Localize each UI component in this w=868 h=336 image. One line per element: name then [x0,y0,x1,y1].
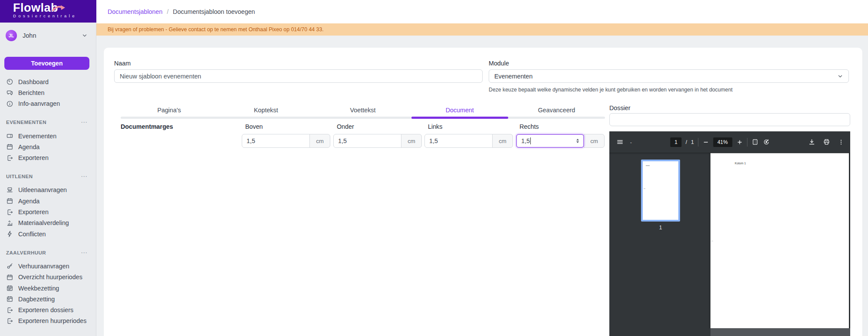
top-bar: Documentsjablonen / Documentsjabloon toe… [96,0,868,23]
sidebar-item-overzicht-huurperiodes[interactable]: Overzicht huurperiodes [0,272,96,283]
sidebar-item-conflicten[interactable]: Conflicten [0,228,96,239]
section-more-icon[interactable]: ⋯ [81,173,88,180]
margin-value: 1,5 [338,137,347,144]
sidebar-item-berichten[interactable]: Berichten [0,87,96,98]
tab-underline-segment [411,117,508,119]
sidebar-item-evenementen[interactable]: Evenementen [0,130,96,141]
chevron-down-icon [837,73,843,79]
app-root: Flowlab Dossiercentrale JL John Toevoege… [0,0,868,336]
margin-field-label: Onder [337,123,422,131]
section-title-label: EVENEMENTEN [6,120,46,125]
breadcrumb-link[interactable]: Documentsjablonen [108,8,162,15]
tab-koptekst[interactable]: Koptekst [217,104,314,117]
sidebar-item-label: Exporteren huurperiodes [18,317,86,324]
tab-geavanceerd[interactable]: Geavanceerd [508,104,605,117]
module-select[interactable]: Evenementen [489,69,849,83]
sidebar-item-agenda[interactable]: Agenda [0,196,96,206]
sidebar-section-title-uitlenen: UITLENEN⋯ [0,171,96,182]
margin-value: 1,5 [247,137,255,144]
margin-input-links[interactable]: 1,5 [424,134,493,148]
rotate-icon[interactable] [763,138,770,146]
section-title-label: ZAALVERHUUR [6,250,46,255]
module-help-text: Deze keuze bepaalt welke dynamische veld… [489,87,733,93]
dashboard-icon [6,78,13,85]
sidebar-item-agenda[interactable]: Agenda [0,141,96,152]
tab-document[interactable]: Document [411,104,508,117]
sidebar-item-exporteren-dossiers[interactable]: Exporteren dossiers [0,304,96,315]
loan-icon [6,186,13,194]
sidebar-item-exporteren-huurperiodes[interactable]: Exporteren huurperiodes [0,316,96,326]
sidebar-item-materiaalverdeling[interactable]: Materiaalverdeling [0,218,96,228]
sidebar-item-info-aanvragen[interactable]: Info-aanvragen [0,98,96,109]
breadcrumb: Documentsjablonen / Documentsjabloon toe… [108,0,255,23]
zoom-out-icon[interactable] [702,139,709,146]
margin-field-label: Rechts [519,123,605,131]
calendar-day-icon [6,295,13,303]
sidebar-item-exporteren[interactable]: Exporteren [0,206,96,217]
messages-icon [6,89,13,96]
sidebar-item-verhuuraanvragen[interactable]: Verhuuraanvragen [0,261,96,271]
tab-underline-segment [314,117,411,119]
pdf-page-text: Kolom 1 [735,162,746,165]
sidebar-item-label: Verhuuraanvragen [18,263,69,270]
section-title-label: UITLENEN [6,174,33,179]
brand-logo[interactable]: Flowlab Dossiercentrale [0,0,96,23]
pdf-horizontal-scrollbar[interactable] [710,328,850,336]
sidebar-item-label: Berichten [18,89,44,96]
pdf-thumbnail-page[interactable] [641,160,680,222]
pdf-page-input[interactable]: 1 [671,137,682,147]
margin-unit-addon: cm [492,134,513,148]
template-form-card: Naam Nieuw sjabloon evenementen Module E… [104,48,862,336]
tab-row: Pagina'sKoptekstVoettekstDocumentGeavanc… [121,104,605,117]
section-more-icon[interactable]: ⋯ [81,118,88,126]
sidebar-item-uitleenaanvragen[interactable]: Uitleenaanvragen [0,185,96,196]
sidebar-item-label: Materiaalverdeling [18,219,69,226]
text-caret [530,137,531,144]
print-icon[interactable] [823,138,830,146]
margin-field-rechts: Rechts1,5cm [516,123,605,148]
add-button[interactable]: Toevoegen [4,57,89,70]
sidebar-item-label: Agenda [18,144,39,150]
bolt-icon [6,230,13,238]
number-stepper[interactable] [574,139,579,144]
naam-input[interactable]: Nieuw sjabloon evenementen [114,69,483,83]
fit-page-icon[interactable] [751,138,759,146]
info-icon [6,100,13,108]
margin-input-rechts[interactable]: 1,5 [516,134,584,148]
tab-voettekst[interactable]: Voettekst [314,104,411,117]
notice-text: Bij vragen of problemen - Gelieve contac… [108,26,324,33]
sidebar-item-dagbezetting[interactable]: Dagbezetting [0,294,96,304]
stepper-up-icon [576,139,579,140]
margin-input-group: 1,5cm [424,134,513,148]
download-icon[interactable] [808,138,815,146]
margins-group-label: Documentmarges [121,123,173,130]
zoom-in-icon[interactable] [736,139,743,146]
margin-input-group: 1,5cm [242,134,331,148]
sidebar: Flowlab Dossiercentrale JL John Toevoege… [0,0,96,336]
user-menu[interactable]: JL John [0,26,96,45]
pdf-page-area: Kolom 1 [710,153,850,328]
margin-input-onder[interactable]: 1,5 [333,134,401,148]
tab-underline-segment [217,117,314,119]
user-name: John [23,32,82,39]
export-icon [6,307,13,314]
tab-underline-segment [121,117,217,119]
sidebar-item-dashboard[interactable]: Dashboard [0,76,96,87]
pdf-menu-icon[interactable] [616,138,624,146]
margin-field-onder: Onder1,5cm [333,123,422,148]
margin-value: 1,5 [429,137,438,144]
sidebar-section-title-evenementen: EVENEMENTEN⋯ [0,117,96,128]
pdf-body: 1 Kolom 1 [609,153,850,336]
tab-pagina-s[interactable]: Pagina's [121,104,217,117]
more-options-icon[interactable] [838,139,845,146]
toolbar-divider [698,138,698,147]
sidebar-item-exporteren[interactable]: Exporteren [0,152,96,163]
margin-input-boven[interactable]: 1,5 [242,134,310,148]
breadcrumb-current: Documentsjabloon toevoegen [173,8,255,15]
sidebar-item-weekbezetting[interactable]: Weekbezetting [0,283,96,294]
dossier-input[interactable] [609,113,850,126]
logo-arrow-icon [52,3,65,14]
margin-unit-addon: cm [401,134,422,148]
sidebar-item-label: Conflicten [18,231,46,238]
section-more-icon[interactable]: ⋯ [81,249,88,257]
